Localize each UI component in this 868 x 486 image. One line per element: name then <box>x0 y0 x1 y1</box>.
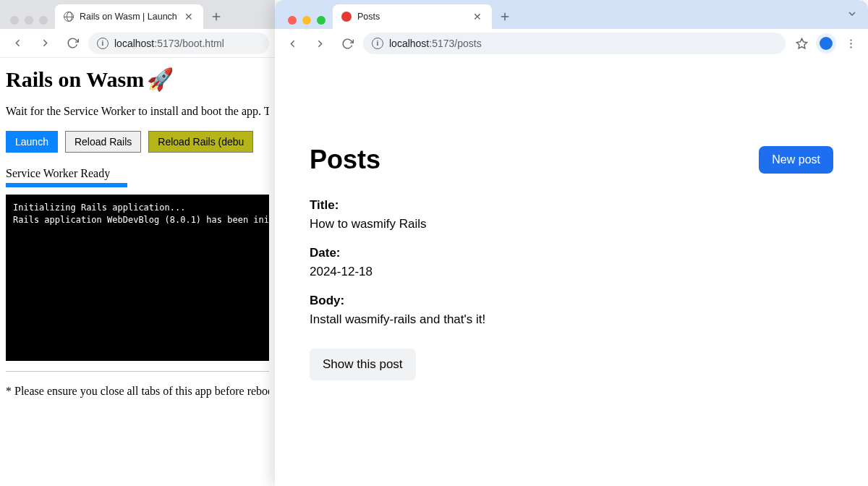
window-controls <box>6 16 55 29</box>
reload-rails-debug-button[interactable]: Reload Rails (debu <box>148 131 253 153</box>
tab-title: Posts <box>357 12 466 22</box>
browser-window-right: Posts ✕ localhost:5173/posts <box>275 0 868 486</box>
svg-point-7 <box>850 46 851 48</box>
back-button[interactable] <box>281 32 304 55</box>
chevron-down-icon[interactable] <box>846 8 858 22</box>
footnote-text: * Please ensure you close all tabs of th… <box>6 385 269 398</box>
new-tab-button[interactable] <box>206 7 226 27</box>
avatar-icon <box>820 37 833 50</box>
browser-tab[interactable]: Rails on Wasm | Launch ✕ <box>55 4 203 29</box>
toolbar: localhost:5173/boot.html <box>0 29 275 58</box>
window-close-button[interactable] <box>288 16 297 25</box>
window-controls <box>284 16 333 29</box>
browser-window-left: Rails on Wasm | Launch ✕ localhost:5173/… <box>0 0 275 486</box>
browser-tab[interactable]: Posts ✕ <box>333 4 492 29</box>
tab-bar: Rails on Wasm | Launch ✕ <box>0 0 275 29</box>
body-label: Body: <box>310 294 833 308</box>
window-minimize-button[interactable] <box>302 16 311 25</box>
tab-bar: Posts ✕ <box>275 0 868 29</box>
tab-bar-controls <box>846 8 858 22</box>
posts-header: Posts New post <box>310 145 833 175</box>
page-heading: Rails on Wasm 🚀 <box>6 67 269 92</box>
back-button[interactable] <box>6 32 29 55</box>
window-zoom-button[interactable] <box>39 16 48 25</box>
reload-button[interactable] <box>61 32 84 55</box>
info-text: Wait for the Service Worker to install a… <box>6 105 269 118</box>
address-bar[interactable]: localhost:5173/posts <box>363 33 786 54</box>
page-content: Rails on Wasm 🚀 Wait for the Service Wor… <box>0 58 275 406</box>
date-value: 2024-12-18 <box>310 265 833 279</box>
svg-point-5 <box>850 39 851 40</box>
progress-bar <box>6 183 127 187</box>
svg-point-6 <box>850 43 851 44</box>
close-tab-icon[interactable]: ✕ <box>183 11 195 22</box>
new-post-button[interactable]: New post <box>759 146 833 174</box>
svg-marker-4 <box>796 38 807 48</box>
url-text: localhost:5173/posts <box>389 38 482 49</box>
window-zoom-button[interactable] <box>317 16 326 25</box>
window-minimize-button[interactable] <box>25 16 33 25</box>
toolbar-right <box>790 32 862 55</box>
address-bar[interactable]: localhost:5173/boot.html <box>88 33 269 54</box>
page-heading: Posts <box>310 145 380 175</box>
show-post-button[interactable]: Show this post <box>310 349 416 380</box>
forward-button[interactable] <box>33 32 56 55</box>
new-tab-button[interactable] <box>495 7 515 27</box>
divider <box>6 371 269 372</box>
title-value: How to wasmify Rails <box>310 217 833 231</box>
body-value: Install wasmify-rails and that's it! <box>310 312 833 327</box>
title-label: Title: <box>310 198 833 213</box>
post-body-field: Body: Install wasmify-rails and that's i… <box>310 294 833 327</box>
date-label: Date: <box>310 246 833 260</box>
reload-rails-button[interactable]: Reload Rails <box>65 131 141 153</box>
close-tab-icon[interactable]: ✕ <box>472 11 483 22</box>
site-info-icon[interactable] <box>372 38 383 49</box>
toolbar: localhost:5173/posts <box>275 29 868 58</box>
post-date-field: Date: 2024-12-18 <box>310 246 833 279</box>
url-text: localhost:5173/boot.html <box>114 38 224 49</box>
globe-icon <box>64 12 74 22</box>
page-content: Posts New post Title: How to wasmify Rai… <box>275 58 868 398</box>
bookmark-star-icon[interactable] <box>790 32 813 55</box>
reload-button[interactable] <box>336 32 359 55</box>
forward-button[interactable] <box>308 32 331 55</box>
tab-title: Rails on Wasm | Launch <box>80 12 177 22</box>
console-output: Initializing Rails application... Rails … <box>6 195 269 361</box>
window-close-button[interactable] <box>10 16 19 25</box>
post-title-field: Title: How to wasmify Rails <box>310 198 833 231</box>
service-worker-status: Service Worker Ready <box>6 167 269 180</box>
button-row: Launch Reload Rails Reload Rails (debu <box>6 131 269 153</box>
site-info-icon[interactable] <box>97 38 109 49</box>
launch-button[interactable]: Launch <box>6 131 58 153</box>
rocket-icon: 🚀 <box>147 67 174 92</box>
menu-button[interactable] <box>839 32 862 55</box>
favicon-icon <box>341 12 352 22</box>
profile-button[interactable] <box>816 33 836 54</box>
